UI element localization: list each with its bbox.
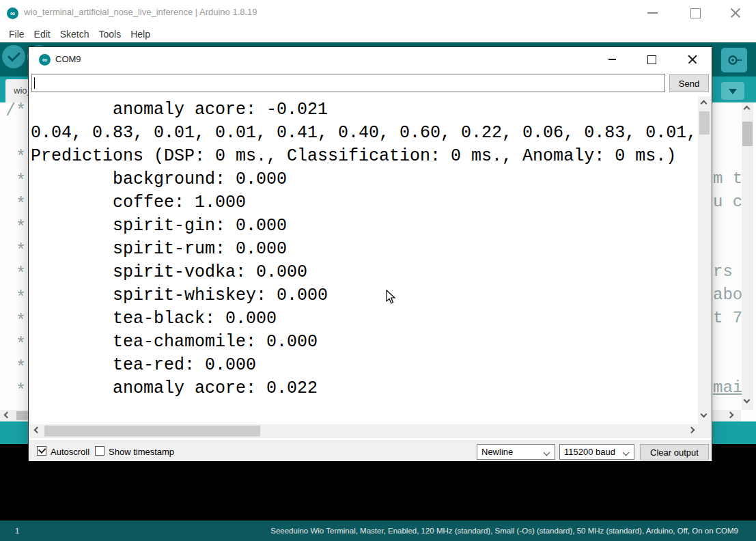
ide-window-title: wio_terminal_artificial_nose_live_infere… bbox=[24, 7, 257, 17]
status-line-number: 1 bbox=[15, 527, 19, 535]
ide-menubar: File Edit Sketch Tools Help bbox=[0, 26, 756, 42]
baud-rate-select[interactable]: 115200 baud bbox=[559, 444, 634, 460]
ide-maximize-button[interactable] bbox=[685, 5, 705, 21]
editor-text-fragment: m t bbox=[713, 169, 742, 188]
autoscroll-checkbox[interactable] bbox=[37, 446, 46, 456]
serial-send-input[interactable] bbox=[31, 74, 665, 92]
serial-maximize-button[interactable] bbox=[636, 48, 667, 71]
chevron-down-icon bbox=[544, 449, 550, 456]
close-icon bbox=[688, 55, 697, 64]
autoscroll-label: Autoscroll bbox=[51, 447, 89, 457]
maximize-icon bbox=[647, 55, 656, 64]
menu-tools[interactable]: Tools bbox=[94, 29, 126, 40]
scroll-up-icon[interactable] bbox=[701, 100, 708, 107]
text-caret bbox=[34, 77, 35, 89]
scrollbar-thumb[interactable] bbox=[699, 111, 710, 135]
close-icon bbox=[730, 8, 741, 18]
minimize-icon bbox=[647, 12, 658, 14]
status-board-info: Seeeduino Wio Terminal, Master, Enabled,… bbox=[270, 527, 738, 535]
checkmark-icon bbox=[38, 446, 46, 454]
scroll-down-icon[interactable] bbox=[744, 397, 751, 404]
editor-text-fragment: t 7 bbox=[713, 309, 742, 327]
baud-rate-value: 115200 baud bbox=[564, 447, 615, 457]
scroll-left-icon[interactable] bbox=[4, 412, 11, 419]
ide-titlebar: ∞ wio_terminal_artificial_nose_live_infe… bbox=[0, 0, 756, 26]
scrollbar-thumb[interactable] bbox=[44, 426, 260, 436]
serial-monitor-bottombar: Autoscroll Show timestamp Newline 115200… bbox=[29, 441, 712, 461]
scroll-down-icon[interactable] bbox=[701, 411, 708, 418]
menu-edit[interactable]: Edit bbox=[29, 29, 55, 40]
serial-monitor-window: ∞ COM9 Send anomaly acore: -0.0210.04, 0… bbox=[28, 46, 712, 461]
scroll-right-icon[interactable] bbox=[688, 427, 695, 434]
arduino-logo-icon: ∞ bbox=[39, 54, 51, 66]
editor-text-fragment: rs bbox=[713, 262, 733, 281]
show-timestamp-checkbox[interactable] bbox=[95, 446, 104, 456]
chevron-down-icon bbox=[729, 89, 737, 98]
editor-comment-gutter: /* * * * * * * * * * * * bbox=[5, 100, 26, 404]
menu-help[interactable]: Help bbox=[126, 29, 155, 40]
menu-sketch[interactable]: Sketch bbox=[55, 29, 94, 40]
show-timestamp-label: Show timestamp bbox=[109, 447, 174, 457]
serial-output-area[interactable]: anomaly acore: -0.0210.04, 0.83, 0.01, 0… bbox=[29, 96, 697, 424]
serial-monitor-title: COM9 bbox=[55, 54, 81, 64]
output-vertical-scrollbar[interactable] bbox=[698, 96, 711, 424]
arduino-logo-icon: ∞ bbox=[7, 8, 18, 19]
maximize-icon bbox=[690, 8, 701, 18]
line-ending-value: Newline bbox=[481, 447, 513, 457]
minimize-icon bbox=[608, 59, 616, 60]
ide-minimize-button[interactable] bbox=[642, 5, 662, 21]
editor-vertical-scrollbar[interactable] bbox=[742, 102, 753, 410]
serial-minimize-button[interactable] bbox=[597, 48, 627, 71]
scroll-left-icon[interactable] bbox=[34, 427, 41, 434]
editor-text-fragment: u c bbox=[713, 193, 742, 211]
scroll-up-icon[interactable] bbox=[744, 106, 751, 113]
menu-file[interactable]: File bbox=[4, 29, 29, 40]
tab-list-dropdown-button[interactable] bbox=[721, 82, 744, 100]
editor-text-fragment: abo bbox=[713, 286, 742, 304]
chevron-down-icon bbox=[623, 449, 630, 456]
checkmark-icon bbox=[8, 48, 20, 61]
output-horizontal-scrollbar[interactable] bbox=[29, 424, 711, 438]
verify-button[interactable] bbox=[2, 45, 25, 68]
magnifier-icon bbox=[727, 53, 742, 68]
editor-link-fragment: mai bbox=[713, 378, 742, 397]
line-ending-select[interactable]: Newline bbox=[477, 444, 555, 460]
scrollbar-thumb[interactable] bbox=[742, 122, 753, 146]
serial-monitor-titlebar[interactable]: ∞ COM9 bbox=[29, 47, 712, 72]
serial-close-button[interactable] bbox=[677, 48, 708, 71]
ide-statusbar: 1 Seeeduino Wio Terminal, Master, Enable… bbox=[0, 521, 756, 541]
clear-output-button[interactable]: Clear output bbox=[640, 444, 709, 460]
scroll-right-icon[interactable] bbox=[727, 412, 734, 419]
send-button[interactable]: Send bbox=[669, 74, 709, 92]
serial-monitor-button[interactable] bbox=[721, 48, 747, 72]
ide-close-button[interactable] bbox=[725, 5, 746, 21]
